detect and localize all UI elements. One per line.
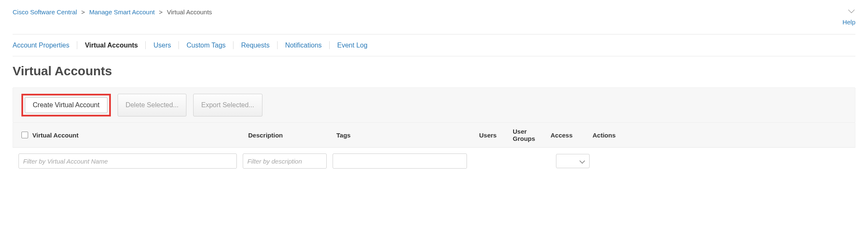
column-header-user-groups[interactable]: User Groups xyxy=(513,128,551,142)
column-header-tags[interactable]: Tags xyxy=(336,132,479,139)
filter-access-select[interactable] xyxy=(556,154,590,168)
breadcrumb-separator: > xyxy=(159,8,163,16)
filter-virtual-account-name-input[interactable] xyxy=(18,153,237,169)
page-title: Virtual Accounts xyxy=(13,64,855,78)
breadcrumb-current: Virtual Accounts xyxy=(167,8,212,16)
filter-tags-input[interactable] xyxy=(333,153,467,169)
tab-requests[interactable]: Requests xyxy=(233,41,278,49)
tab-virtual-accounts[interactable]: Virtual Accounts xyxy=(77,41,146,49)
callout-highlight: Create Virtual Account xyxy=(21,94,111,116)
breadcrumb-link-manage-smart-account[interactable]: Manage Smart Account xyxy=(89,8,155,16)
select-all-checkbox[interactable] xyxy=(21,132,28,138)
tab-users[interactable]: Users xyxy=(146,41,179,49)
create-virtual-account-button[interactable]: Create Virtual Account xyxy=(25,97,108,113)
tab-custom-tags[interactable]: Custom Tags xyxy=(179,41,233,49)
table-header-row: Virtual Account Description Tags Users U… xyxy=(13,123,855,148)
column-header-users[interactable]: Users xyxy=(479,132,513,139)
tab-notifications[interactable]: Notifications xyxy=(278,41,330,49)
tab-account-properties[interactable]: Account Properties xyxy=(13,41,77,49)
breadcrumb-link-cisco-software-central[interactable]: Cisco Software Central xyxy=(13,8,77,16)
filters-row xyxy=(13,148,855,169)
column-header-actions: Actions xyxy=(593,132,847,139)
breadcrumb-separator: > xyxy=(81,8,85,16)
breadcrumb: Cisco Software Central > Manage Smart Ac… xyxy=(13,8,212,16)
column-header-description[interactable]: Description xyxy=(248,132,336,139)
chevron-down-icon[interactable] xyxy=(848,8,855,13)
filter-description-input[interactable] xyxy=(243,153,327,169)
column-header-access[interactable]: Access xyxy=(551,132,593,139)
toolbar: Create Virtual Account Delete Selected..… xyxy=(13,87,855,123)
export-selected-button[interactable]: Export Selected... xyxy=(193,94,262,116)
help-link[interactable]: Help xyxy=(842,19,855,26)
tabs-nav: Account Properties Virtual Accounts User… xyxy=(13,34,855,56)
column-header-virtual-account[interactable]: Virtual Account xyxy=(32,132,79,139)
delete-selected-button[interactable]: Delete Selected... xyxy=(118,94,186,116)
divider xyxy=(13,56,855,56)
tab-event-log[interactable]: Event Log xyxy=(330,41,375,49)
